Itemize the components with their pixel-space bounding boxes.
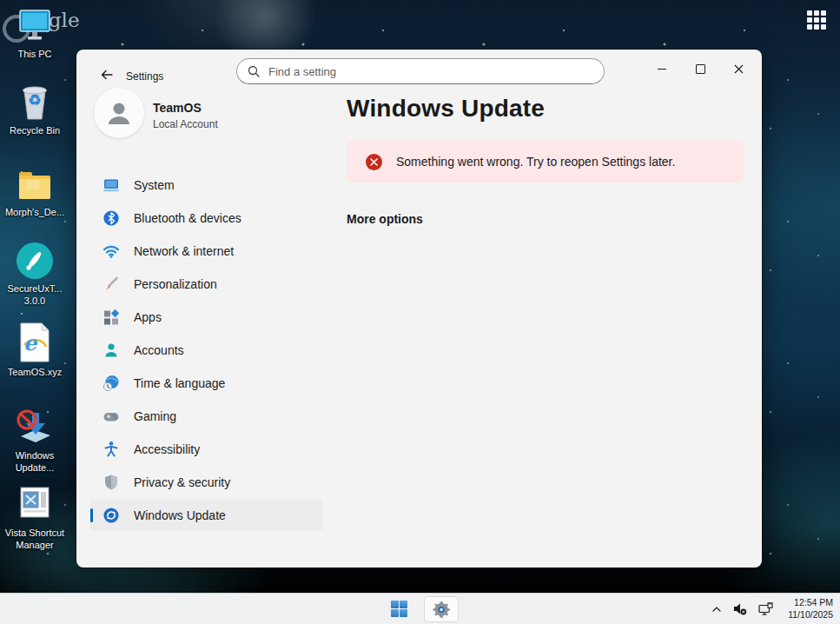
secureuxt-icon — [16, 242, 54, 280]
desktop-icon-recycle-bin[interactable]: ♻ Recycle Bin — [1, 83, 69, 136]
settings-window: Settings TeamOS Local Account — [76, 50, 762, 568]
system-icon — [103, 176, 120, 194]
nav-item-accounts[interactable]: Accounts — [90, 335, 323, 366]
clock-date: 11/10/2025 — [783, 609, 833, 621]
error-message: Something went wrong. Try to reopen Sett… — [396, 155, 675, 169]
desktop-icon-label: TeamOS.xyz — [8, 366, 62, 378]
desktop-icon-vista-shortcut-manager[interactable]: Vista Shortcut Manager — [1, 481, 69, 552]
close-button[interactable] — [720, 56, 757, 82]
desktop-icon-label: SecureUxT... 3.0.0 — [1, 282, 69, 308]
person-icon — [104, 98, 134, 128]
maximize-icon — [696, 64, 705, 74]
back-button[interactable] — [92, 61, 122, 89]
minimize-icon — [658, 69, 666, 70]
desktop-icon-secureuxt[interactable]: SecureUxT... 3.0.0 — [1, 242, 69, 308]
error-icon — [366, 154, 382, 170]
recycle-symbol: ♻ — [16, 91, 54, 110]
windows-update-blocked-icon — [16, 408, 54, 447]
desktop-icon-label: Vista Shortcut Manager — [1, 527, 69, 552]
clock-time: 12:54 PM — [783, 597, 833, 609]
nav-item-windows-update[interactable]: Windows Update — [90, 500, 323, 531]
nav-label: Network & internet — [134, 244, 234, 258]
nav-label: Accounts — [134, 343, 184, 357]
desktop-icon-label: Recycle Bin — [10, 124, 60, 136]
tray-chevron-button[interactable] — [710, 603, 724, 615]
maximize-button[interactable] — [682, 56, 718, 82]
taskbar: 12:54 PM 11/10/2025 — [0, 593, 840, 624]
nav-label: Gaming — [134, 409, 176, 423]
chevron-up-icon — [711, 605, 722, 614]
desktop-icon-windows-update-blocked[interactable]: Windows Update... — [1, 408, 69, 475]
apps-icon — [103, 309, 120, 326]
search-box[interactable] — [236, 58, 605, 84]
nav-label: Apps — [134, 310, 162, 324]
window-title: Settings — [126, 70, 163, 83]
nav-item-bluetooth-devices[interactable]: Bluetooth & devices — [90, 202, 323, 234]
desktop-icon-label: Morph's_De... — [5, 206, 64, 218]
back-arrow-icon — [100, 68, 114, 82]
start-button[interactable] — [382, 596, 417, 622]
desktop-icon-teamos-xyz[interactable]: e TeamOS.xyz — [1, 322, 69, 378]
windows-update-icon — [103, 507, 120, 524]
windows-logo-icon — [391, 601, 408, 618]
clock[interactable]: 12:54 PM 11/10/2025 — [783, 597, 833, 621]
nav-label: Windows Update — [134, 508, 226, 522]
accounts-person-icon — [103, 342, 120, 359]
vista-shortcut-manager-icon — [16, 481, 54, 524]
ie-logo-e: e — [23, 330, 36, 355]
system-tray: 12:54 PM 11/10/2025 — [710, 594, 833, 624]
ethernet-network-icon — [758, 602, 773, 615]
nav-label: Time & language — [134, 376, 225, 390]
apps-grid-icon[interactable] — [807, 10, 826, 30]
nav-item-time-language[interactable]: Time & language — [90, 368, 323, 399]
nav-item-accessibility[interactable]: Accessibility — [90, 434, 323, 465]
this-pc-icon — [16, 7, 54, 45]
personalization-brush-icon — [103, 275, 120, 293]
close-icon — [734, 64, 744, 74]
recycle-bin-icon: ♻ — [16, 83, 54, 122]
folder-icon — [16, 165, 54, 203]
nav-item-apps[interactable]: Apps — [90, 302, 323, 333]
nav-item-privacy-security[interactable]: Privacy & security — [90, 467, 323, 498]
speaker-muted-icon — [733, 602, 747, 615]
accessibility-person-icon — [103, 441, 120, 458]
nav-item-personalization[interactable]: Personalization — [90, 269, 323, 300]
search-icon — [248, 65, 260, 77]
nav-label: Personalization — [134, 277, 217, 291]
minimize-button[interactable] — [644, 56, 680, 82]
error-banner: Something went wrong. Try to reopen Sett… — [347, 141, 744, 183]
nav-label: System — [134, 178, 175, 192]
desktop-icon-morphs-folder[interactable]: Morph's_De... — [1, 165, 69, 218]
more-options-heading: More options — [347, 212, 423, 226]
nav-item-network-internet[interactable]: Network & internet — [90, 236, 323, 267]
nav-label: Privacy & security — [134, 475, 230, 489]
internet-explorer-document-icon: e — [16, 322, 54, 363]
gear-icon — [432, 600, 451, 619]
settings-taskbar-button[interactable] — [424, 596, 459, 622]
volume-muted-button[interactable] — [731, 601, 749, 617]
nav-item-gaming[interactable]: Gaming — [90, 401, 323, 432]
account-name: TeamOS — [153, 101, 202, 115]
account-avatar[interactable] — [94, 88, 144, 138]
gaming-controller-icon — [103, 408, 120, 425]
nav-label: Bluetooth & devices — [134, 211, 241, 225]
desktop-icon-label: Windows Update... — [1, 449, 69, 475]
time-language-globe-icon — [103, 375, 120, 392]
desktop-icon-this-pc[interactable]: This PC — [1, 7, 69, 60]
network-button[interactable] — [757, 601, 775, 617]
nav-label: Accessibility — [134, 442, 200, 456]
account-type: Local Account — [153, 118, 218, 130]
search-input[interactable] — [267, 64, 593, 79]
nav-item-system[interactable]: System — [90, 169, 323, 201]
privacy-shield-icon — [103, 474, 120, 491]
settings-nav: System Bluetooth & devices Network & int… — [90, 169, 323, 533]
selected-accent-bar — [90, 508, 93, 522]
page-title: Windows Update — [347, 95, 545, 123]
desktop-icon-label: This PC — [17, 48, 51, 60]
bluetooth-icon — [103, 209, 120, 227]
wifi-icon — [103, 242, 120, 260]
